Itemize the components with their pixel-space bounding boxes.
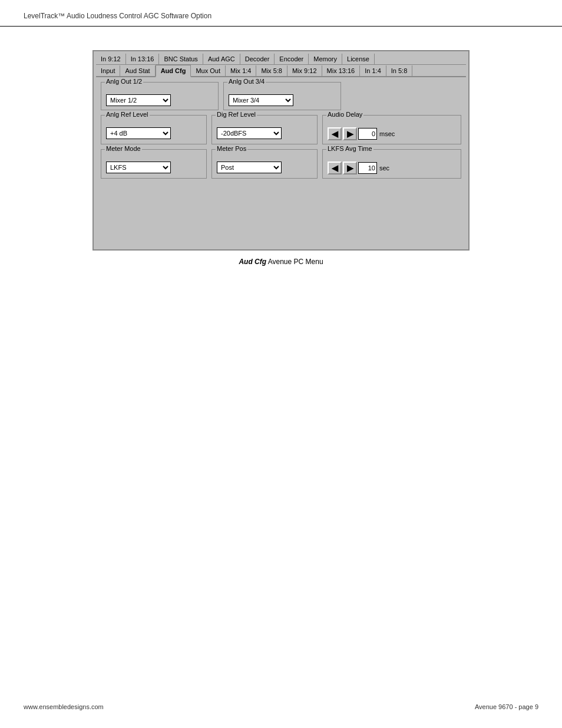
anlg-out-12-select-wrapper: Mixer 1/2 Mixer 3/4 (106, 94, 171, 106)
tab-mix-912[interactable]: Mix 9:12 (287, 65, 322, 76)
tab-encoder[interactable]: Encoder (275, 54, 309, 64)
page-title: LevelTrack™ Audio Loudness Control AGC S… (24, 12, 211, 20)
lkfs-avg-time-value: 10 (358, 162, 377, 174)
panel-content: Anlg Out 1/2 Mixer 1/2 Mixer 3/4 Anlg Ou… (96, 77, 466, 247)
tab-license[interactable]: License (342, 54, 375, 64)
tab-mux-out[interactable]: Mux Out (191, 65, 226, 76)
tab-in-912[interactable]: In 9:12 (96, 54, 126, 64)
lkfs-avg-time-left-btn[interactable]: ◀ (328, 162, 342, 174)
anlg-ref-level-select-wrapper: +4 dB +8 dB 0 dB -4 dB (106, 127, 171, 139)
anlg-ref-level-select[interactable]: +4 dB +8 dB 0 dB -4 dB (106, 127, 171, 139)
caption-normal: Avenue PC Menu (266, 258, 323, 266)
anlg-ref-level-group: Anlg Ref Level +4 dB +8 dB 0 dB -4 dB (101, 115, 207, 144)
meter-pos-legend: Meter Pos (216, 145, 247, 152)
anlg-out-34-legend: Anlg Out 3/4 (227, 78, 266, 85)
footer-page-info: Avenue 9670 - page 9 (475, 703, 538, 710)
audio-delay-row: ◀ ▶ 0 msec (328, 127, 456, 140)
meter-mode-group: Meter Mode LKFS VU PPM (101, 149, 207, 179)
anlg-ref-level-row: +4 dB +8 dB 0 dB -4 dB (106, 127, 201, 139)
group-row-1: Anlg Out 1/2 Mixer 1/2 Mixer 3/4 Anlg Ou… (101, 82, 461, 110)
tab-bar-second: Input Aud Stat Aud Cfg Mux Out Mix 1:4 M… (96, 65, 466, 77)
tab-aud-stat[interactable]: Aud Stat (120, 65, 155, 76)
meter-pos-row: Post Pre (217, 162, 312, 173)
meter-mode-select[interactable]: LKFS VU PPM (106, 162, 171, 173)
tab-mix-58[interactable]: Mix 5:8 (256, 65, 287, 76)
dig-ref-level-legend: Dig Ref Level (216, 111, 257, 118)
tab-aud-agc[interactable]: Aud AGC (203, 54, 240, 64)
tab-aud-cfg[interactable]: Aud Cfg (156, 65, 191, 77)
footer-website: www.ensembledesigns.com (24, 703, 104, 710)
screenshot-container: In 9:12 In 13:16 BNC Status Aud AGC Deco… (92, 50, 470, 251)
lkfs-avg-time-unit: sec (379, 164, 389, 172)
meter-pos-select[interactable]: Post Pre (217, 162, 282, 173)
meter-pos-select-wrapper: Post Pre (217, 162, 282, 173)
tab-mix-1316[interactable]: Mix 13:16 (322, 65, 361, 76)
anlg-out-34-select-wrapper: Mixer 3/4 Mixer 1/2 (229, 94, 293, 106)
tab-in-1316[interactable]: In 13:16 (126, 54, 160, 64)
group-row-3: Meter Mode LKFS VU PPM Meter Pos (101, 149, 461, 179)
audio-delay-group: Audio Delay ◀ ▶ 0 msec (322, 115, 461, 144)
tab-mix-14[interactable]: Mix 1:4 (226, 65, 256, 76)
anlg-out-34-group: Anlg Out 3/4 Mixer 3/4 Mixer 1/2 (223, 82, 341, 110)
page-header: LevelTrack™ Audio Loudness Control AGC S… (0, 0, 562, 27)
anlg-out-12-select[interactable]: Mixer 1/2 Mixer 3/4 (106, 94, 171, 106)
audio-delay-left-btn[interactable]: ◀ (328, 127, 342, 140)
page-footer: www.ensembledesigns.com Avenue 9670 - pa… (0, 703, 562, 710)
empty-area (101, 183, 461, 242)
tab-bnc-status[interactable]: BNC Status (159, 54, 203, 64)
meter-mode-select-wrapper: LKFS VU PPM (106, 162, 171, 173)
main-content: In 9:12 In 13:16 BNC Status Aud AGC Deco… (0, 27, 562, 289)
caption-bold: Aud Cfg (239, 258, 266, 266)
anlg-out-12-group: Anlg Out 1/2 Mixer 1/2 Mixer 3/4 (101, 82, 219, 110)
meter-mode-row: LKFS VU PPM (106, 162, 201, 173)
audio-delay-value: 0 (358, 128, 377, 140)
lkfs-avg-time-row: ◀ ▶ 10 sec (328, 162, 456, 174)
dig-ref-level-row: -20dBFS -18dBFS -14dBFS (217, 127, 312, 139)
anlg-out-12-row: Mixer 1/2 Mixer 3/4 (106, 94, 213, 106)
anlg-ref-level-legend: Anlg Ref Level (105, 111, 150, 118)
dig-ref-level-select-wrapper: -20dBFS -18dBFS -14dBFS (217, 127, 282, 139)
audio-delay-right-btn[interactable]: ▶ (343, 127, 357, 140)
tab-bar-top: In 9:12 In 13:16 BNC Status Aud AGC Deco… (96, 54, 466, 65)
lkfs-avg-time-group: LKFS Avg Time ◀ ▶ 10 sec (322, 149, 461, 179)
anlg-out-34-row: Mixer 3/4 Mixer 1/2 (229, 94, 336, 106)
tab-in-14[interactable]: In 1:4 (360, 65, 386, 76)
caption: Aud Cfg Avenue PC Menu (35, 258, 527, 266)
tab-decoder[interactable]: Decoder (240, 54, 275, 64)
lkfs-avg-time-legend: LKFS Avg Time (326, 145, 373, 152)
meter-mode-legend: Meter Mode (105, 145, 142, 152)
anlg-out-12-legend: Anlg Out 1/2 (105, 78, 143, 85)
anlg-out-34-select[interactable]: Mixer 3/4 Mixer 1/2 (229, 94, 293, 106)
tab-input[interactable]: Input (96, 65, 120, 76)
audio-delay-unit: msec (379, 130, 395, 137)
tab-memory[interactable]: Memory (309, 54, 342, 64)
dig-ref-level-select[interactable]: -20dBFS -18dBFS -14dBFS (217, 127, 282, 139)
dig-ref-level-group: Dig Ref Level -20dBFS -18dBFS -14dBFS (211, 115, 318, 144)
lkfs-avg-time-right-btn[interactable]: ▶ (343, 162, 357, 174)
group-row-2: Anlg Ref Level +4 dB +8 dB 0 dB -4 dB (101, 115, 461, 144)
audio-delay-legend: Audio Delay (326, 111, 363, 118)
meter-pos-group: Meter Pos Post Pre (211, 149, 318, 179)
tab-in-58[interactable]: In 5:8 (386, 65, 413, 76)
